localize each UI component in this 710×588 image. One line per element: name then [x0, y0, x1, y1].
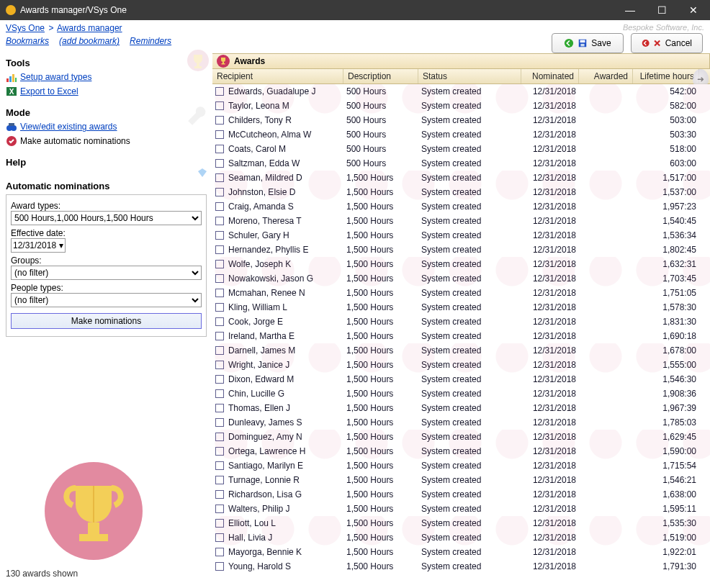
table-row[interactable]: Richardson, Lisa G1,500 HoursSystem crea… [212, 487, 710, 502]
row-checkbox[interactable] [215, 217, 224, 225]
col-lifetime[interactable]: Lifetime hours [633, 69, 699, 83]
make-nominations-button[interactable]: Make nominations [11, 313, 202, 329]
table-row[interactable]: Childers, Tony R500 HoursSystem created1… [212, 113, 710, 127]
row-checkbox[interactable] [215, 476, 224, 484]
close-window-button[interactable]: ✕ [683, 4, 704, 16]
table-row[interactable]: Wright, Janice J1,500 HoursSystem create… [212, 358, 710, 372]
row-checkbox[interactable] [215, 490, 224, 499]
cell-recipient: Mayorga, Bennie K [212, 547, 343, 557]
cell-description: 1,500 Hours [343, 173, 418, 183]
award-types-combo[interactable]: 500 Hours,1,000 Hours,1,500 Hours [11, 211, 202, 225]
row-checkbox[interactable] [215, 519, 224, 528]
table-row[interactable]: Mcmahan, Renee N1,500 HoursSystem create… [212, 286, 710, 300]
breadcrumb-root[interactable]: VSys One [6, 23, 45, 33]
row-checkbox[interactable] [215, 375, 224, 384]
table-row[interactable]: Edwards, Guadalupe J500 HoursSystem crea… [212, 84, 710, 99]
row-checkbox[interactable] [215, 274, 224, 283]
table-row[interactable]: Hall, Livia J1,500 HoursSystem created12… [212, 530, 710, 545]
row-checkbox[interactable] [215, 433, 224, 441]
table-row[interactable]: Schuler, Gary H1,500 HoursSystem created… [212, 228, 710, 243]
table-row[interactable]: Seaman, Mildred D1,500 HoursSystem creat… [212, 171, 710, 185]
col-nominated[interactable]: Nominated [521, 69, 579, 83]
table-row[interactable]: Wolfe, Joseph K1,500 HoursSystem created… [212, 257, 710, 271]
col-description[interactable]: Description [343, 69, 418, 83]
table-row[interactable]: Ortega, Lawrence H1,500 HoursSystem crea… [212, 444, 710, 458]
effective-date-combo[interactable]: 12/31/2018 ▾ [11, 238, 66, 253]
row-checkbox[interactable] [215, 447, 224, 456]
table-row[interactable]: Hernandez, Phyllis E1,500 HoursSystem cr… [212, 243, 710, 257]
company-label: Bespoke Software, Inc. [623, 23, 704, 32]
col-status[interactable]: Status [418, 69, 521, 83]
view-edit-awards-link[interactable]: View/edit existing awards [20, 122, 117, 132]
col-awarded[interactable]: Awarded [579, 69, 633, 83]
save-button[interactable]: Save [552, 33, 624, 53]
table-row[interactable]: Young, Harold S1,500 HoursSystem created… [212, 559, 710, 574]
table-row[interactable]: Darnell, James M1,500 HoursSystem create… [212, 343, 710, 358]
breadcrumb-current[interactable]: Awards manager [57, 23, 122, 33]
setup-award-types-link[interactable]: Setup award types [20, 72, 91, 82]
row-checkbox[interactable] [215, 317, 224, 326]
row-checkbox[interactable] [215, 231, 224, 240]
row-checkbox[interactable] [215, 116, 224, 125]
export-excel-link[interactable]: Export to Excel [20, 86, 78, 96]
table-row[interactable]: McCutcheon, Alma W500 HoursSystem create… [212, 127, 710, 142]
row-checkbox[interactable] [215, 173, 224, 182]
row-checkbox[interactable] [215, 418, 224, 427]
row-checkbox[interactable] [215, 159, 224, 168]
add-bookmark-link[interactable]: (add bookmark) [59, 36, 120, 46]
row-checkbox[interactable] [215, 404, 224, 412]
cancel-button[interactable]: Cancel [631, 33, 703, 53]
row-checkbox[interactable] [215, 145, 224, 153]
table-row[interactable]: Cook, Jorge E1,500 HoursSystem created12… [212, 315, 710, 329]
minimize-button[interactable]: — [619, 4, 641, 16]
table-row[interactable]: Santiago, Marilyn E1,500 HoursSystem cre… [212, 458, 710, 473]
reminders-link[interactable]: Reminders [130, 36, 171, 46]
groups-combo[interactable]: (no filter) [11, 266, 202, 280]
cell-nominated: 12/31/2018 [521, 504, 579, 514]
table-row[interactable]: Craig, Amanda S1,500 HoursSystem created… [212, 199, 710, 214]
row-checkbox[interactable] [215, 505, 224, 513]
row-checkbox[interactable] [215, 101, 224, 110]
table-row[interactable]: Dominguez, Amy N1,500 HoursSystem create… [212, 430, 710, 444]
table-row[interactable]: Chin, Lucille G1,500 HoursSystem created… [212, 386, 710, 401]
row-checkbox[interactable] [215, 245, 224, 254]
row-checkbox[interactable] [215, 562, 224, 571]
cancel-button-label: Cancel [665, 38, 692, 48]
cell-lifetime: 542:00 [633, 86, 699, 96]
table-row[interactable]: Saltzman, Edda W500 HoursSystem created1… [212, 156, 710, 171]
people-types-combo[interactable]: (no filter) [11, 293, 202, 307]
grid-rows-container[interactable]: Edwards, Guadalupe J500 HoursSystem crea… [212, 84, 710, 574]
table-row[interactable]: Johnston, Elsie D1,500 HoursSystem creat… [212, 185, 710, 199]
row-checkbox[interactable] [215, 260, 224, 268]
row-checkbox[interactable] [215, 533, 224, 542]
table-row[interactable]: Ireland, Martha E1,500 HoursSystem creat… [212, 329, 710, 343]
row-checkbox[interactable] [215, 548, 224, 556]
col-recipient[interactable]: Recipient [212, 69, 343, 83]
table-row[interactable]: Dunleavy, James S1,500 HoursSystem creat… [212, 415, 710, 430]
maximize-button[interactable]: ☐ [651, 4, 673, 16]
row-checkbox[interactable] [215, 130, 224, 139]
row-checkbox[interactable] [215, 389, 224, 398]
table-row[interactable]: Elliott, Lou L1,500 HoursSystem created1… [212, 516, 710, 530]
row-checkbox[interactable] [215, 346, 224, 355]
row-checkbox[interactable] [215, 188, 224, 196]
table-row[interactable]: Turnage, Lonnie R1,500 HoursSystem creat… [212, 473, 710, 487]
bookmarks-link[interactable]: Bookmarks [6, 36, 49, 46]
row-checkbox[interactable] [215, 332, 224, 340]
table-row[interactable]: Kling, William L1,500 HoursSystem create… [212, 300, 710, 315]
make-auto-nominations-label[interactable]: Make automatic nominations [20, 136, 130, 146]
table-row[interactable]: Taylor, Leona M500 HoursSystem created12… [212, 99, 710, 113]
table-row[interactable]: Coats, Carol M500 HoursSystem created12/… [212, 142, 710, 156]
row-checkbox[interactable] [215, 361, 224, 369]
table-row[interactable]: Moreno, Theresa T1,500 HoursSystem creat… [212, 214, 710, 228]
table-row[interactable]: Nowakowski, Jason G1,500 HoursSystem cre… [212, 271, 710, 286]
row-checkbox[interactable] [215, 289, 224, 297]
row-checkbox[interactable] [215, 87, 224, 96]
table-row[interactable]: Walters, Philip J1,500 HoursSystem creat… [212, 502, 710, 516]
row-checkbox[interactable] [215, 202, 224, 211]
table-row[interactable]: Dixon, Edward M1,500 HoursSystem created… [212, 372, 710, 386]
row-checkbox[interactable] [215, 461, 224, 470]
row-checkbox[interactable] [215, 303, 224, 312]
table-row[interactable]: Mayorga, Bennie K1,500 HoursSystem creat… [212, 545, 710, 559]
table-row[interactable]: Thomas, Ellen J1,500 HoursSystem created… [212, 401, 710, 415]
